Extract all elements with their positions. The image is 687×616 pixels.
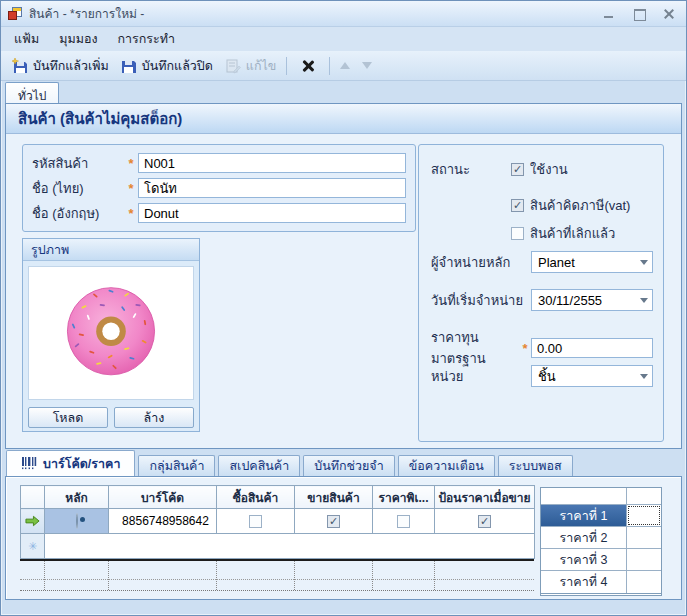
std-cost-input[interactable]: 0.00 [531, 338, 653, 358]
price-level-1-value-cell[interactable] [627, 505, 661, 526]
product-image [28, 266, 194, 400]
buy-cell[interactable] [217, 509, 295, 534]
required-mark: * [124, 181, 138, 196]
start-date-label: วันที่เริ่มจำหน่าย [431, 290, 523, 311]
move-up-icon [340, 62, 350, 69]
price-level-3-value-cell[interactable] [627, 549, 661, 570]
product-code-label: รหัสสินค้า [32, 153, 124, 174]
std-cost-label: ราคาทุนมาตรฐาน [431, 327, 519, 369]
app-icon [8, 7, 23, 20]
product-code-input[interactable]: N001 [138, 153, 406, 173]
main-panel: สินค้า (สินค้าไม่คุมสต็อก) รหัสสินค้า * … [5, 103, 682, 449]
tab-product-group[interactable]: กลุ่มสินค้า [138, 455, 215, 476]
supplier-dropdown[interactable]: Planet [531, 251, 653, 273]
sell-cell[interactable] [295, 509, 373, 534]
tab-general[interactable]: ทั่วไป [5, 82, 59, 103]
toolbar-separator [286, 57, 287, 75]
sell-checkbox-icon[interactable] [327, 515, 340, 528]
tab-memo[interactable]: บันทึกช่วยจำ [303, 455, 394, 476]
edit-button: แก้ไข [219, 53, 282, 79]
edit-icon [225, 58, 241, 74]
price-level-1-row[interactable]: ราคาที่ 1 [541, 505, 661, 527]
edit-label: แก้ไข [246, 56, 276, 76]
menu-file[interactable]: แฟ้ม [5, 26, 48, 52]
price-level-3-label[interactable]: ราคาที่ 3 [541, 549, 627, 570]
menu-bar: แฟ้ม มุมมอง การกระทำ [1, 27, 686, 51]
grid-header-sell[interactable]: ขายสินค้า [295, 486, 373, 509]
price-level-1-label[interactable]: ราคาที่ 1 [541, 505, 627, 526]
grid-header-buy[interactable]: ซื้อสินค้า [217, 486, 295, 509]
name-thai-label: ชื่อ (ไทย) [32, 178, 124, 199]
menu-action[interactable]: การกระทำ [109, 26, 185, 52]
load-image-button[interactable]: โหลด [28, 407, 108, 428]
main-radio-cell[interactable] [45, 509, 109, 534]
tab-pos-system[interactable]: ระบบพอส [498, 455, 573, 476]
buy-checkbox-icon[interactable] [249, 515, 262, 528]
price-level-4-value-cell[interactable] [627, 571, 661, 593]
delete-button[interactable] [291, 56, 325, 76]
minimize-icon[interactable] [602, 8, 616, 20]
required-mark: * [124, 156, 138, 171]
page-title: สินค้า (สินค้าไม่คุมสต็อก) [6, 104, 681, 134]
grid-selector-header [21, 486, 45, 509]
required-mark: * [519, 341, 531, 356]
row-selector-cell[interactable] [21, 509, 45, 534]
table-row: 8856748958642 [21, 509, 535, 534]
toolbar: บันทึกแล้วเพิ่ม บันทึกแล้วปิด แก้ไข [1, 51, 686, 81]
save-and-close-button[interactable]: บันทึกแล้วปิด [115, 53, 219, 79]
start-date-value: 30/11/2555 [538, 293, 602, 308]
close-icon[interactable] [662, 8, 676, 20]
checkbox-active[interactable]: ใช้งาน [511, 159, 568, 180]
enter-price-checkbox-icon[interactable] [478, 515, 491, 528]
price-list-header-row [541, 488, 661, 505]
special-price-checkbox-icon[interactable] [397, 515, 410, 528]
chevron-down-icon [640, 298, 648, 303]
required-mark: * [124, 206, 138, 221]
new-row-empty-cells[interactable] [45, 534, 535, 559]
start-date-dropdown[interactable]: 30/11/2555 [531, 289, 653, 311]
price-level-2-value-cell[interactable] [627, 527, 661, 548]
new-row[interactable]: ✳ [21, 534, 535, 559]
active-checkbox-icon[interactable] [511, 163, 524, 176]
price-level-4-label[interactable]: ราคาที่ 4 [541, 571, 627, 593]
new-row-selector-cell[interactable]: ✳ [21, 534, 45, 559]
save-and-add-button[interactable]: บันทึกแล้วเพิ่ม [6, 53, 115, 79]
unit-dropdown[interactable]: ชิ้น [531, 365, 653, 387]
save-icon [121, 58, 137, 74]
enter-price-cell[interactable] [435, 509, 535, 534]
grid-header-main[interactable]: หลัก [45, 486, 109, 509]
checkbox-discontinued[interactable]: สินค้าที่เลิกแล้ว [511, 223, 615, 244]
grid-header-barcode[interactable]: บาร์โค้ด [109, 486, 217, 509]
clear-image-button[interactable]: ล้าง [114, 407, 194, 428]
name-thai-input[interactable]: โดนัท [138, 178, 406, 198]
main-radio-icon[interactable] [76, 513, 78, 529]
price-level-4-row[interactable]: ราคาที่ 4 [541, 571, 661, 593]
tab-barcode-price[interactable]: บาร์โค้ด/ราคา [6, 450, 135, 476]
title-bar: สินค้า - *รายการใหม่ - [1, 1, 686, 27]
name-english-label: ชื่อ (อังกฤษ) [32, 203, 124, 224]
checkbox-vat[interactable]: สินค้าคิดภาษี(vat) [511, 195, 630, 216]
grid-header-row: หลัก บาร์โค้ด ซื้อสินค้า ขายสินค้า ราคาพ… [21, 486, 535, 509]
tab-product-spec[interactable]: สเปคสินค้า [218, 455, 300, 476]
name-english-input[interactable]: Donut [138, 203, 406, 223]
new-row-marker-icon: ✳ [28, 540, 37, 552]
chevron-down-icon [640, 260, 648, 265]
price-level-2-label[interactable]: ราคาที่ 2 [541, 527, 627, 548]
toolbar-separator [329, 57, 330, 75]
discontinued-checkbox-icon[interactable] [511, 227, 524, 240]
maximize-icon[interactable] [632, 8, 646, 20]
grid-header-special-price[interactable]: ราคาพิเ... [373, 486, 435, 509]
active-checkbox-label: ใช้งาน [530, 159, 568, 180]
price-level-2-row[interactable]: ราคาที่ 2 [541, 527, 661, 549]
menu-view[interactable]: มุมมอง [50, 26, 106, 52]
price-level-list: ราคาที่ 1 ราคาที่ 2 ราคาที่ 3 ราคาที่ 4 [540, 487, 662, 596]
grid-header-enter-price[interactable]: ป้อนราคาเมื่อขาย [435, 486, 535, 509]
picture-panel-title: รูปภาพ [23, 239, 199, 261]
special-price-cell[interactable] [373, 509, 435, 534]
unit-value: ชิ้น [538, 366, 556, 387]
tab-warning-message[interactable]: ข้อความเตือน [398, 455, 495, 476]
vat-checkbox-icon[interactable] [511, 199, 524, 212]
barcode-cell[interactable]: 8856748958642 [109, 509, 217, 534]
discontinued-checkbox-label: สินค้าที่เลิกแล้ว [530, 223, 615, 244]
price-level-3-row[interactable]: ราคาที่ 3 [541, 549, 661, 571]
